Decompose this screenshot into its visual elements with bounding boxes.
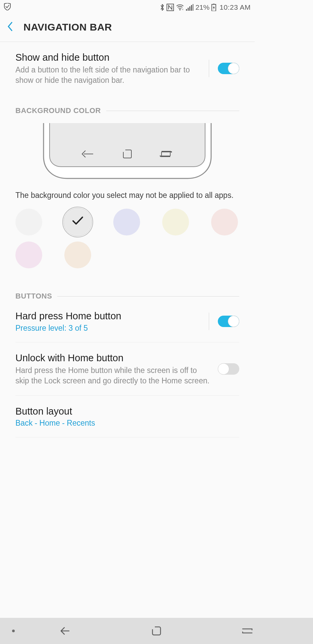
- swatch-cream[interactable]: [162, 209, 189, 235]
- status-left: [4, 3, 11, 12]
- status-right: 21% 10:23 AM: [160, 3, 251, 11]
- section-line: [106, 111, 239, 111]
- svg-rect-2: [186, 9, 187, 11]
- row-unlock-with-home[interactable]: Unlock with Home button Hard press the H…: [0, 342, 255, 395]
- row-button-layout[interactable]: Button layout Back - Home - Recents: [0, 396, 255, 437]
- row-description: Add a button to the left side of the nav…: [15, 65, 202, 86]
- check-icon: [71, 216, 84, 228]
- wifi-icon: [176, 4, 184, 11]
- section-header-buttons: BUTTONS: [0, 268, 255, 301]
- row-description: Hard press the Home button while the scr…: [15, 365, 211, 386]
- svg-point-1: [179, 9, 181, 10]
- device-preview: [40, 123, 214, 180]
- row-text: Show and hide button Add a button to the…: [15, 51, 202, 86]
- svg-rect-3: [188, 8, 189, 11]
- divider: [15, 437, 239, 437]
- row-show-hide-button[interactable]: Show and hide button Add a button to the…: [0, 42, 255, 95]
- toggle-show-hide[interactable]: [218, 63, 239, 74]
- row-text: Unlock with Home button Hard press the H…: [15, 352, 211, 386]
- row-title: Unlock with Home button: [15, 352, 211, 364]
- status-time: 10:23 AM: [220, 3, 251, 11]
- section-header-background-color: BACKGROUND COLOR: [0, 95, 255, 115]
- row-title: Button layout: [15, 405, 239, 417]
- toggle-unlock-home[interactable]: [218, 363, 239, 375]
- swatch-light-grey[interactable]: [64, 209, 91, 235]
- toggle-hard-press[interactable]: [218, 316, 239, 327]
- navbar-preview: The background color you select may not …: [0, 115, 255, 201]
- back-icon[interactable]: [7, 21, 14, 34]
- row-title: Show and hide button: [15, 51, 202, 63]
- row-text: Hard press Home button Pressure level: 3…: [15, 310, 202, 332]
- swatch-lavender[interactable]: [113, 209, 140, 235]
- signal-icon: [186, 4, 193, 11]
- section-label: BUTTONS: [15, 292, 52, 301]
- battery-icon: [211, 4, 216, 11]
- svg-rect-5: [191, 5, 192, 11]
- battery-text: 21%: [195, 3, 209, 11]
- swatch-peach[interactable]: [64, 241, 91, 268]
- color-swatches: [0, 201, 255, 268]
- divider: [209, 60, 209, 77]
- swatch-pink[interactable]: [15, 241, 42, 268]
- swatch-blush[interactable]: [211, 209, 238, 235]
- play-protect-icon: [4, 3, 11, 12]
- settings-list: Show and hide button Add a button to the…: [0, 42, 255, 437]
- row-subtext: Back - Home - Recents: [15, 419, 239, 428]
- preview-caption: The background color you select may not …: [15, 190, 239, 201]
- svg-rect-4: [189, 6, 190, 11]
- swatch-white[interactable]: [15, 209, 42, 235]
- section-line: [57, 296, 239, 297]
- bluetooth-icon: [160, 4, 165, 11]
- row-text: Button layout Back - Home - Recents: [15, 405, 239, 428]
- status-bar: 21% 10:23 AM: [0, 0, 255, 15]
- section-label: BACKGROUND COLOR: [15, 106, 101, 115]
- app-header: NAVIGATION BAR: [0, 15, 255, 42]
- nfc-icon: [167, 4, 174, 11]
- svg-rect-6: [193, 4, 193, 11]
- row-subtext: Pressure level: 3 of 5: [15, 324, 202, 333]
- divider: [209, 313, 209, 330]
- row-hard-press-home[interactable]: Hard press Home button Pressure level: 3…: [0, 301, 255, 342]
- row-title: Hard press Home button: [15, 310, 202, 322]
- page-title: NAVIGATION BAR: [23, 21, 112, 33]
